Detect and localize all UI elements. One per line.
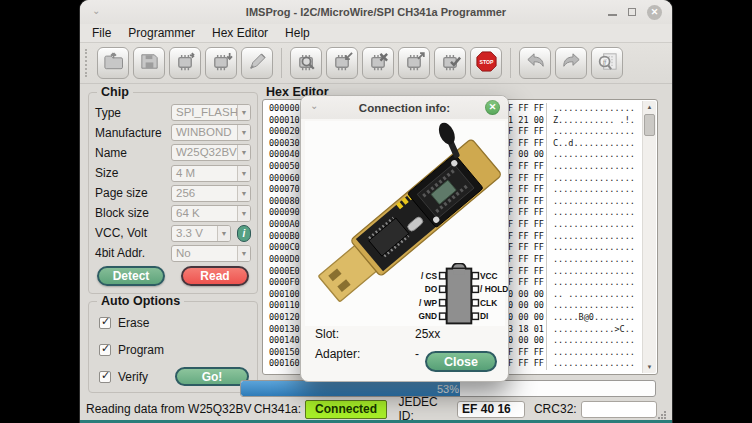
- hex-scrollbar[interactable]: ▲ ▼: [642, 101, 656, 373]
- verify-checkbox[interactable]: [99, 371, 111, 383]
- hex-address: 0000C0: [269, 242, 300, 254]
- chip-panel-title: Chip: [97, 85, 133, 99]
- undo-button[interactable]: [519, 47, 551, 79]
- hex-address: 0000A0: [269, 219, 300, 231]
- find-hex-button[interactable]: ff: [591, 47, 623, 79]
- menu-file[interactable]: File: [92, 26, 111, 40]
- menu-hex-editor[interactable]: Hex Editor: [212, 26, 268, 40]
- save-project-button[interactable]: [205, 47, 237, 79]
- read-button[interactable]: Read: [181, 266, 249, 286]
- chip-field-vcc-volt: VCC, Volt3.3 V▼i: [95, 225, 251, 243]
- hex-address: 0000B0: [269, 231, 300, 243]
- window-controls: ✕: [608, 0, 662, 24]
- hex-bytes: 7F 00 00: [503, 149, 544, 161]
- detect-button[interactable]: Detect: [97, 266, 165, 286]
- edit-buffer-button[interactable]: [241, 47, 273, 79]
- minimize-icon[interactable]: [608, 14, 617, 16]
- chip-select-page-size[interactable]: 256▼: [171, 185, 251, 202]
- hex-ascii: ................: [546, 254, 635, 266]
- write-chip-button[interactable]: [326, 47, 358, 79]
- chip-select-4bit-addr[interactable]: No▼: [171, 245, 251, 262]
- toolbar-drag-handle[interactable]: [85, 49, 90, 77]
- save-project-icon: [210, 50, 233, 77]
- hex-ascii: ................: [546, 184, 635, 196]
- jedec-id-label: JEDEC ID:: [398, 395, 453, 423]
- hex-address: 000030: [269, 138, 300, 150]
- chevron-down-icon: ▼: [237, 125, 250, 140]
- hex-address: 000010: [269, 115, 300, 127]
- chip-field-page-size: Page size256▼: [95, 184, 251, 202]
- hex-address: 0000E0: [269, 266, 300, 278]
- ch341a-label: CH341a:: [254, 402, 301, 416]
- field-label: 4bit Addr.: [95, 246, 171, 260]
- chip-select-type[interactable]: SPI_FLASH▼: [171, 104, 251, 121]
- chip-select-block-size[interactable]: 64 K▼: [171, 205, 251, 222]
- chip-field-name: NameW25Q32BV▼: [95, 144, 251, 162]
- hex-bytes: FF FF FF: [503, 196, 544, 208]
- erase-chip-button[interactable]: [362, 47, 394, 79]
- chip-select-manufacture[interactable]: WINBOND▼: [171, 124, 251, 141]
- scrollbar-thumb[interactable]: [644, 114, 655, 136]
- redo-button[interactable]: [555, 47, 587, 79]
- hex-address: 000070: [269, 184, 300, 196]
- scroll-up-icon[interactable]: ▲: [643, 101, 656, 113]
- open-project-icon: [174, 50, 197, 77]
- hex-address: 000100: [269, 289, 300, 301]
- dialog-close-button[interactable]: Close: [425, 351, 497, 372]
- hex-address: 000120: [269, 312, 300, 324]
- undo-icon: [524, 50, 547, 77]
- edit-buffer-icon: [246, 50, 269, 77]
- stop-icon: STOP: [475, 50, 498, 77]
- hex-address: 000140: [269, 335, 300, 347]
- save-file-button[interactable]: [133, 47, 165, 79]
- go-button[interactable]: Go!: [175, 367, 249, 386]
- menu-help[interactable]: Help: [285, 26, 310, 40]
- scroll-down-icon[interactable]: ▼: [643, 361, 656, 373]
- chip-select-size[interactable]: 4 M▼: [171, 165, 251, 182]
- hex-bytes: FF FF FF: [503, 358, 544, 370]
- hex-address: 000060: [269, 173, 300, 185]
- read-chip-button[interactable]: [398, 47, 430, 79]
- program-checkbox[interactable]: [99, 344, 111, 356]
- menu-programmer[interactable]: Programmer: [128, 26, 195, 40]
- dialog-close-icon[interactable]: ✕: [485, 100, 500, 115]
- hex-bytes: FF FF FF: [503, 347, 544, 359]
- verify-chip-button[interactable]: [434, 47, 466, 79]
- chip-field-type: TypeSPI_FLASH▼: [95, 104, 251, 122]
- redo-icon: [560, 50, 583, 77]
- checkbox-label: Program: [118, 343, 164, 357]
- stop-button[interactable]: STOP: [470, 47, 502, 79]
- hex-address: 0000F0: [269, 277, 300, 289]
- window-menu-icon[interactable]: ⌄: [92, 5, 100, 16]
- status-bar: Reading data from W25Q32BV CH341a: Conne…: [80, 398, 672, 420]
- read-chip-icon: [403, 50, 426, 77]
- open-file-button[interactable]: [97, 47, 129, 79]
- chip-select-vcc-volt[interactable]: 3.3 V▼: [171, 225, 231, 242]
- close-icon[interactable]: ✕: [647, 5, 662, 20]
- checkbox-label: Erase: [118, 316, 149, 330]
- chip-select-name[interactable]: W25Q32BV▼: [171, 144, 251, 161]
- hex-ascii: ................: [546, 103, 635, 115]
- hex-bytes: FF FF FF: [503, 184, 544, 196]
- slot-label: Slot:: [315, 327, 415, 341]
- window-title: IMSProg - I2C/MicroWire/SPI CH341a Progr…: [80, 6, 672, 18]
- auto-options-title: Auto Options: [97, 294, 184, 308]
- dialog-titlebar: ⌄ Connection info: ✕: [301, 96, 508, 119]
- maximize-icon[interactable]: [628, 8, 636, 16]
- open-project-button[interactable]: [169, 47, 201, 79]
- crc32-field[interactable]: [581, 401, 657, 418]
- vcc-info-button[interactable]: i: [237, 225, 251, 242]
- hex-ascii: ................: [546, 347, 635, 359]
- hex-ascii: ................: [546, 358, 635, 370]
- hex-ascii: Z........... .!.: [546, 115, 635, 127]
- erase-checkbox[interactable]: [99, 317, 111, 329]
- jedec-id-field[interactable]: EF 40 16: [457, 401, 525, 418]
- dialog-menu-icon[interactable]: ⌄: [310, 100, 318, 111]
- hex-bytes: FF FF FF: [503, 103, 544, 115]
- save-file-icon: [138, 50, 161, 77]
- select-value: WINBOND: [176, 126, 232, 138]
- detect-chip-button[interactable]: [290, 47, 322, 79]
- slot-row: Slot: 25xx: [315, 327, 498, 341]
- resize-grip-icon[interactable]: [657, 410, 666, 420]
- hex-address: 000020: [269, 126, 300, 138]
